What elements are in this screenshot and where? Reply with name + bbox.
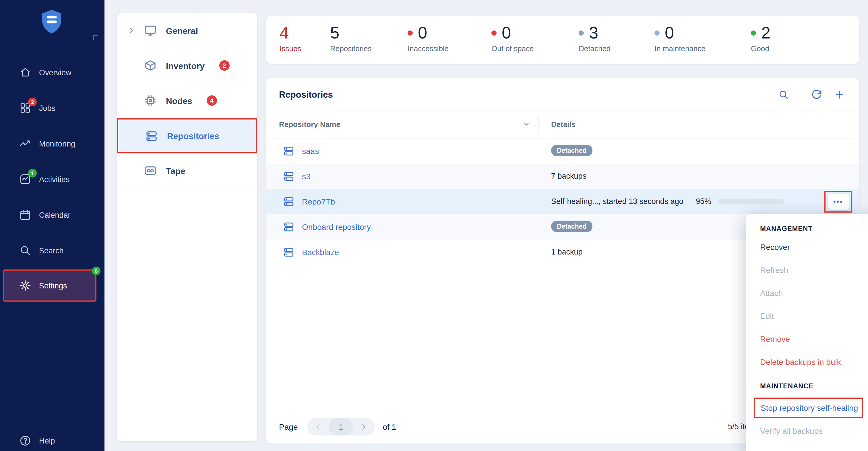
sidebar-item-label: Settings [39,281,67,290]
search-icon [19,244,32,257]
menu-item-remove[interactable]: Remove [760,328,868,350]
menu-item-delete-backups-in-bulk[interactable]: Delete backups in bulk [760,350,868,373]
inventory-badge: 2 [219,60,229,71]
stat-detached: 3 Detached [579,23,611,53]
page-of-label: of 1 [383,422,396,431]
previous-page-button[interactable] [307,418,329,435]
settings-item-nodes[interactable]: Nodes 4 [117,83,257,118]
column-repository-name[interactable]: Repository Name [279,120,340,129]
stat-out-of-space: 0 Out of space [491,23,534,53]
menu-item-refresh: Refresh [760,258,868,282]
settings-item-label: Inventory [166,61,205,71]
status-label: Inaccessible [408,44,448,53]
status-dot [491,30,497,35]
sidebar-item-jobs[interactable]: 2 Jobs [0,95,104,121]
repositories-summary-bar: 4 Issues 5 Repositories 0 Inaccessible 0… [267,16,859,64]
activities-icon: 1 [19,173,32,186]
annotation-box [825,191,852,213]
settings-item-repositories[interactable]: Repositories [117,118,257,153]
nodes-icon [144,94,157,107]
repository-detail: 7 backups [551,172,586,180]
issues-count: 4 [280,23,301,43]
sidebar-item-label: Calendar [39,210,71,219]
repository-name-link[interactable]: Onboard repository [302,222,371,231]
general-icon [144,24,157,37]
jobs-icon: 2 [19,102,32,114]
repository-icon [282,195,295,208]
monitoring-icon [19,137,32,150]
chevron-down-icon[interactable] [522,120,530,128]
panel-title: Repositories [279,89,333,100]
status-count: 0 [665,23,674,43]
settings-item-general[interactable]: General [117,13,257,48]
tape-icon [144,164,157,177]
status-label: Detached [579,44,611,53]
menu-item-recover[interactable]: Recover [760,235,868,258]
search-icon[interactable] [777,88,790,102]
status-dot [654,30,660,35]
stat-good: 2 Good [751,23,770,53]
inventory-icon [144,59,157,73]
settings-item-label: Tape [166,166,185,175]
calendar-icon [19,208,32,221]
sidebar: Overview 2 Jobs Monitoring 1 Activities [0,0,104,451]
repository-detail: 1 backup [551,248,583,256]
sidebar-item-help[interactable]: Help [0,428,104,451]
sidebar-item-settings[interactable]: 6 Settings [3,270,96,302]
menu-item-stop-repository-self-healing[interactable]: Stop repository self-healing [754,398,863,418]
column-divider [538,116,539,133]
repository-name-link[interactable]: saas [302,146,319,156]
progress-bar [718,199,784,204]
status-label: Out of space [491,44,534,53]
next-page-button[interactable] [353,418,375,435]
repository-name-link[interactable]: Backblaze [302,248,339,257]
stats-divider [386,22,386,57]
home-icon [19,66,32,79]
table-row[interactable]: s3 7 backups [267,164,859,189]
row-actions-ellipsis-button[interactable] [827,193,849,210]
page-number-input[interactable]: 1 [329,418,353,435]
sidebar-item-calendar[interactable]: Calendar [0,202,104,227]
jobs-badge: 2 [28,98,37,106]
pagination-control: 1 [307,418,375,435]
status-dot [408,30,413,35]
sidebar-item-overview[interactable]: Overview [0,60,104,85]
repository-context-menu: MANAGEMENT Recover Refresh Attach Edit R… [746,214,868,451]
status-label: Good [751,44,770,53]
progress-percent: 95% [696,197,711,206]
settings-item-tape[interactable]: Tape [117,153,257,189]
repositories-panel-header: Repositories [267,78,859,111]
menu-item-verify-all-backups: Verify all backups [760,419,868,442]
table-row-selected[interactable]: Repo7Tb Self-healing..., started 13 seco… [267,189,859,214]
chevron-right-icon[interactable] [127,26,135,34]
status-count: 3 [589,23,598,43]
settings-submenu: General Inventory 2 Nodes 4 Repositories [117,13,257,441]
sidebar-item-label: Overview [39,68,71,77]
column-details: Details [551,120,576,129]
settings-badge: 6 [92,266,100,275]
sidebar-item-activities[interactable]: 1 Activities [0,167,104,192]
self-healing-status: Self-healing..., started 13 seconds ago [551,197,683,206]
sidebar-item-label: Monitoring [39,139,75,148]
sidebar-item-label: Help [39,436,55,445]
settings-item-inventory[interactable]: Inventory 2 [117,48,257,83]
stat-inaccessible: 0 Inaccessible [408,23,448,53]
stat-issues: 4 Issues [280,23,301,53]
repository-name-link[interactable]: s3 [302,172,311,181]
status-dot [579,30,584,35]
add-repository-icon[interactable] [832,88,846,102]
menu-item-edit: Edit [760,305,868,328]
status-badge: Detached [551,221,592,232]
repository-name-link[interactable]: Repo7Tb [302,197,335,206]
toolbar-divider [800,88,800,102]
table-row[interactable]: saas Detached [267,138,859,164]
sidebar-collapse-icon[interactable] [92,34,99,41]
nodes-badge: 4 [207,95,217,106]
status-badge: Detached [551,145,592,156]
sidebar-item-monitoring[interactable]: Monitoring [0,131,104,156]
settings-item-label: Nodes [166,96,192,106]
repository-icon [282,170,295,183]
table-header: Repository Name Details [267,111,859,138]
refresh-icon[interactable] [809,88,823,102]
sidebar-item-search[interactable]: Search [0,238,104,263]
